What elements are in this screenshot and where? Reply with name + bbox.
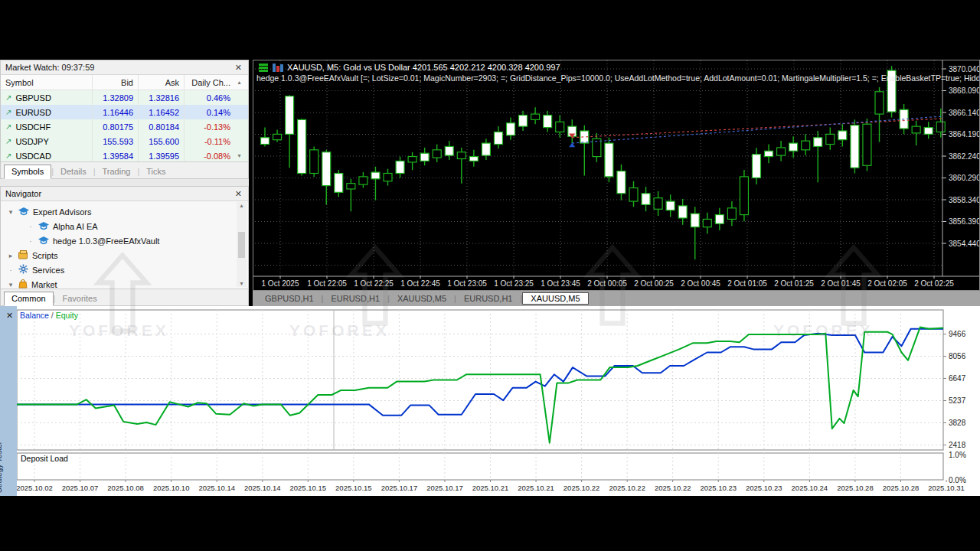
- bid-value: 1.16446: [93, 105, 139, 119]
- bid-value: 0.80175: [93, 119, 139, 134]
- svg-text:2 Oct 01:25: 2 Oct 01:25: [774, 279, 814, 288]
- chevron-down-icon[interactable]: ▾: [7, 281, 15, 289]
- market-watch-tab-ticks[interactable]: Ticks: [139, 165, 172, 178]
- tester-legend: Balance / Equity: [20, 311, 79, 320]
- close-icon[interactable]: ✕: [5, 311, 15, 321]
- navigator-item-expert-advisors[interactable]: ▾Expert Advisors: [1, 204, 248, 219]
- svg-text:1 Oct 23:05: 1 Oct 23:05: [447, 279, 487, 288]
- navigator-item-services[interactable]: ·Services: [1, 262, 248, 277]
- navigator-item-alpha-ai-ea[interactable]: ·Alpha AI EA: [1, 219, 248, 233]
- ea-cap-icon: [18, 207, 29, 217]
- scroll-down-icon[interactable]: ▾: [240, 280, 243, 287]
- chart-tab-0-gbpusd-h1[interactable]: GBPUSD,H1: [257, 293, 322, 304]
- navigator-tab-common[interactable]: Common: [4, 292, 54, 306]
- symbol-cell: ↗EURUSD: [1, 105, 93, 119]
- strategy-tester-panel: ✕ Strategy Tester Balance / EquityDeposi…: [0, 306, 980, 496]
- market-watch-tab-details[interactable]: Details: [54, 165, 93, 178]
- navigator-title: Navigator: [5, 189, 41, 198]
- market-watch-tab-trading[interactable]: Trading: [96, 165, 138, 178]
- column-header[interactable]: Ask: [139, 75, 185, 90]
- tree-line: ·: [27, 223, 34, 230]
- svg-text:6647: 6647: [949, 374, 966, 383]
- svg-text:2 Oct 01:05: 2 Oct 01:05: [727, 279, 767, 288]
- svg-text:2025.10.31: 2025.10.31: [928, 484, 965, 492]
- svg-text:1.0%: 1.0%: [949, 451, 966, 459]
- candlestick-chart[interactable]: 3870.0403868.0903866.1403864.1903862.240…: [253, 60, 979, 290]
- chart-grid: [255, 60, 942, 276]
- chart-tab-3-eurusd-h1[interactable]: EURUSD,H1: [456, 293, 521, 304]
- navigator-item-label: hedge 1.0.3@FreeEAfxVault: [53, 236, 159, 246]
- market-watch-row[interactable]: ↗GBPUSD1.328091.328160.46%: [1, 90, 248, 105]
- trendline[interactable]: [572, 116, 942, 143]
- daily-change-value: -0.13%: [185, 119, 234, 134]
- navigator-scrollbar[interactable]: ▴ ▾: [237, 202, 247, 287]
- column-header-label: Daily Ch...: [191, 78, 230, 87]
- navigator-tree: ▾Expert Advisors·Alpha AI EA·hedge 1.0.3…: [1, 201, 248, 292]
- chart-tab-4-xauusd-m5[interactable]: XAUUSD,M5: [522, 292, 588, 305]
- column-header-label: Bid: [121, 78, 133, 87]
- market-watch-tabs: Symbols|Details|Trading|Ticks: [1, 161, 248, 178]
- scroll-up-icon[interactable]: ▴: [234, 79, 245, 86]
- ask-value: 1.16452: [139, 105, 185, 119]
- svg-text:2 Oct 00:05: 2 Oct 00:05: [587, 279, 627, 288]
- close-icon[interactable]: ✕: [234, 63, 243, 73]
- price-axis[interactable]: 3870.0403868.0903866.1403864.1903862.240…: [942, 60, 979, 276]
- svg-text:2025.10.17: 2025.10.17: [381, 484, 418, 492]
- chevron-right-icon[interactable]: ▸: [7, 252, 15, 259]
- bid-value: 1.32809: [93, 90, 139, 105]
- svg-text:5237: 5237: [949, 396, 966, 405]
- navigator-titlebar[interactable]: Navigator ✕: [1, 187, 248, 201]
- daily-change-value: -0.11%: [185, 134, 234, 148]
- chart-icon[interactable]: [273, 64, 283, 72]
- trend-up-icon: ↗: [5, 108, 11, 116]
- balance-plot-frame: [17, 310, 943, 450]
- svg-text:2025.10.02: 2025.10.02: [17, 484, 53, 492]
- market-watch-row[interactable]: ↗EURUSD1.164461.164520.14%: [1, 105, 248, 119]
- market-watch-row[interactable]: ↗USDCHF0.801750.80184-0.13%: [1, 119, 248, 134]
- svg-text:2025.10.21: 2025.10.21: [518, 484, 554, 492]
- column-header[interactable]: Daily Ch...: [185, 75, 234, 90]
- chart-tab-1-eurusd-h1[interactable]: EURUSD,H1: [323, 293, 387, 304]
- column-header[interactable]: Bid: [93, 75, 139, 90]
- svg-text:3860.290: 3860.290: [949, 174, 979, 182]
- svg-text:2025.10.08: 2025.10.08: [107, 484, 144, 492]
- symbol-cell: ↗GBPUSD: [1, 90, 93, 105]
- svg-text:2025.10.10: 2025.10.10: [153, 484, 190, 492]
- tester-date-axis: 2025.10.022025.10.072025.10.082025.10.10…: [17, 480, 965, 492]
- svg-text:2025.10.23: 2025.10.23: [700, 484, 737, 492]
- scroll-down-icon[interactable]: ▾: [234, 152, 245, 159]
- chart-tab-2-xauusd-m5[interactable]: XAUUSD,M5: [390, 293, 454, 304]
- svg-text:2025.10.28: 2025.10.28: [883, 484, 920, 492]
- svg-text:2025.10.23: 2025.10.23: [746, 484, 782, 492]
- svg-text:2025.10.24: 2025.10.24: [792, 484, 828, 492]
- navigator-tab-favorites[interactable]: Favorites: [55, 292, 103, 305]
- chevron-down-icon[interactable]: ▾: [7, 208, 15, 216]
- navigator-item-hedge-1-0-3-freeeafxvault[interactable]: ·hedge 1.0.3@FreeEAfxVault: [1, 233, 248, 248]
- column-header[interactable]: Symbol: [1, 75, 93, 90]
- scrollbar-thumb[interactable]: [238, 232, 245, 258]
- scroll-up-icon[interactable]: ▴: [240, 202, 243, 209]
- balance-equity-chart[interactable]: Balance / EquityDeposit Load946680566647…: [17, 306, 980, 496]
- navigator-item-scripts[interactable]: ▸Scripts: [1, 248, 248, 262]
- market-watch-tab-symbols[interactable]: Symbols: [4, 165, 51, 179]
- market-watch-title: Market Watch: 09:37:59: [5, 63, 94, 72]
- svg-text:1 Oct 23:25: 1 Oct 23:25: [494, 279, 534, 288]
- svg-text:2025.10.17: 2025.10.17: [426, 484, 463, 492]
- symbol-label: GBPUSD: [15, 93, 51, 103]
- trendline[interactable]: [572, 119, 942, 138]
- ea-cap-icon: [38, 236, 49, 246]
- navigator-item-label: Scripts: [32, 251, 58, 260]
- svg-text:3854.440: 3854.440: [949, 240, 979, 248]
- svg-text:3870.040: 3870.040: [949, 65, 979, 73]
- market-watch-titlebar[interactable]: Market Watch: 09:37:59 ✕: [1, 60, 248, 75]
- close-icon[interactable]: ✕: [234, 189, 243, 199]
- svg-text:2025.10.14: 2025.10.14: [198, 484, 235, 492]
- time-axis[interactable]: 1 Oct 20251 Oct 22:051 Oct 22:251 Oct 22…: [253, 276, 979, 288]
- table-icon[interactable]: [259, 64, 268, 72]
- svg-text:1 Oct 2025: 1 Oct 2025: [262, 279, 299, 288]
- market-watch-row[interactable]: ↗USDJPY155.593155.600-0.11%: [1, 134, 248, 148]
- strategy-tester-sidebar[interactable]: ✕ Strategy Tester: [0, 306, 17, 496]
- navigator-item-label: Services: [32, 266, 64, 275]
- svg-text:2025.10.22: 2025.10.22: [655, 484, 691, 492]
- trend-up-icon: ↗: [5, 122, 11, 131]
